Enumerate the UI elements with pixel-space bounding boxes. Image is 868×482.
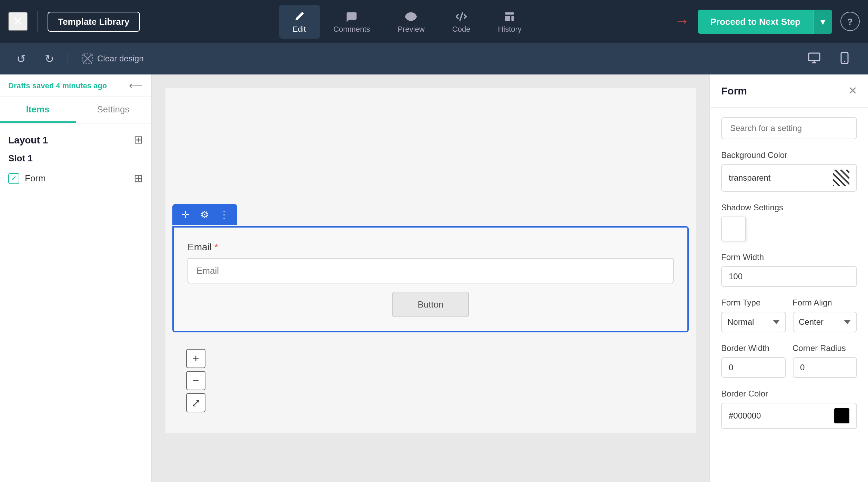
svg-point-3 (844, 60, 845, 62)
more-options-icon[interactable]: ⋮ (216, 207, 232, 222)
form-width-input[interactable] (721, 266, 857, 287)
secondary-toolbar: ↺ ↻ Clear design (0, 43, 868, 74)
nav-right: → Proceed to Next Step ▾ ? (674, 9, 860, 33)
layout-title: Layout 1 (8, 134, 48, 145)
form-width-label: Form Width (721, 252, 857, 262)
border-color-picker[interactable]: #000000 (721, 403, 857, 429)
nav-item-history[interactable]: History (484, 4, 535, 38)
form-type-align-row: Form Type Normal Inline Card Form Align … (721, 298, 857, 332)
close-button[interactable]: ✕ (8, 12, 28, 31)
border-color-swatch (834, 408, 849, 423)
layout-header: Layout 1 ⊞ (8, 133, 143, 146)
corner-radius-input[interactable] (793, 357, 857, 378)
panel-body: Background Color transparent Shadow Sett… (710, 108, 868, 450)
nav-item-edit[interactable]: Edit (279, 4, 320, 38)
form-checkbox-icon: ✓ (8, 173, 19, 184)
form-width-section: Form Width (721, 252, 857, 287)
zoom-controls: + − ⤢ (186, 349, 205, 412)
form-item-label: Form (25, 173, 46, 183)
nav-center: Edit Comments Preview Code History (145, 4, 669, 38)
form-item-left: ✓ Form (8, 173, 46, 184)
border-corner-row: Border Width Corner Radius (721, 343, 857, 378)
panel-header: Form ✕ (710, 74, 868, 108)
form-widget-toolbar: ✛ ⚙ ⋮ (172, 204, 237, 225)
move-icon[interactable]: ✛ (178, 207, 193, 222)
drafts-status: Drafts saved 4 minutes ago (8, 81, 107, 90)
background-color-section: Background Color transparent (721, 150, 857, 192)
corner-radius-label: Corner Radius (793, 343, 857, 353)
device-buttons (802, 48, 857, 69)
panel-close-button[interactable]: ✕ (848, 84, 857, 97)
border-color-label: Border Color (721, 389, 857, 399)
submit-button[interactable]: Button (392, 292, 469, 317)
help-button[interactable]: ? (840, 12, 860, 31)
corner-radius-section: Corner Radius (793, 343, 857, 378)
panel-title: Form (721, 85, 747, 97)
form-widget-container: ✛ ⚙ ⋮ Email * Button (172, 226, 689, 332)
top-nav: ✕ Template Library Edit Comments Preview… (0, 0, 868, 43)
nav-item-code[interactable]: Code (438, 4, 484, 38)
shadow-settings-section: Shadow Settings (721, 203, 857, 241)
undo-button[interactable]: ↺ (11, 49, 31, 68)
zoom-fit-button[interactable]: ⤢ (186, 393, 205, 412)
canvas-area: ✛ ⚙ ⋮ Email * Button + − ⤢ (152, 74, 709, 482)
main-layout: Drafts saved 4 minutes ago ⟵ Items Setti… (0, 74, 868, 482)
border-width-input[interactable] (721, 357, 786, 378)
svg-rect-1 (809, 53, 820, 60)
form-align-section: Form Align Left Center Right (793, 298, 857, 332)
desktop-view-button[interactable] (802, 48, 827, 69)
slot-header: Slot 1 (8, 153, 143, 163)
form-align-select[interactable]: Left Center Right (793, 312, 857, 332)
adjust-icon[interactable]: ⊞ (134, 133, 143, 146)
border-width-section: Border Width (721, 343, 786, 378)
form-adjust-icon[interactable]: ⊞ (134, 172, 143, 185)
nav-item-preview[interactable]: Preview (384, 4, 438, 38)
shadow-preview[interactable] (721, 217, 746, 241)
right-panel: Form ✕ Background Color transparent Shad… (709, 74, 868, 482)
form-type-section: Form Type Normal Inline Card (721, 298, 786, 332)
proceed-button[interactable]: Proceed to Next Step ▾ (698, 9, 832, 33)
template-library-button[interactable]: Template Library (48, 11, 140, 31)
arrow-right-icon: → (674, 12, 689, 30)
border-color-section: Border Color #000000 (721, 389, 857, 429)
required-star: * (214, 241, 218, 252)
border-width-label: Border Width (721, 343, 786, 353)
sidebar-top: Drafts saved 4 minutes ago ⟵ (0, 74, 151, 97)
mobile-view-button[interactable] (832, 48, 857, 69)
form-align-label: Form Align (793, 298, 857, 308)
form-type-select[interactable]: Normal Inline Card (721, 312, 786, 332)
transparent-pattern-icon (833, 170, 849, 186)
background-color-label: Background Color (721, 150, 857, 160)
zoom-in-button[interactable]: + (186, 349, 205, 368)
left-sidebar: Drafts saved 4 minutes ago ⟵ Items Setti… (0, 74, 152, 482)
nav-item-comments[interactable]: Comments (320, 4, 384, 38)
form-type-label: Form Type (721, 298, 786, 308)
canvas-inner: ✛ ⚙ ⋮ Email * Button + − ⤢ (165, 88, 696, 433)
background-color-picker[interactable]: transparent (721, 164, 857, 192)
collapse-icon[interactable]: ⟵ (129, 80, 143, 91)
email-input[interactable] (188, 258, 674, 283)
clear-design-button[interactable]: Clear design (77, 50, 149, 67)
tab-items[interactable]: Items (0, 97, 75, 123)
form-item: ✓ Form ⊞ (8, 169, 143, 188)
redo-button[interactable]: ↻ (39, 49, 59, 68)
form-widget: Email * Button (172, 226, 689, 332)
sidebar-content: Layout 1 ⊞ Slot 1 ✓ Form ⊞ (0, 123, 151, 197)
shadow-settings-label: Shadow Settings (721, 203, 857, 212)
tab-settings[interactable]: Settings (75, 97, 151, 123)
email-label: Email * (188, 241, 674, 252)
settings-icon[interactable]: ⚙ (197, 207, 212, 222)
search-setting-input[interactable] (721, 117, 857, 139)
zoom-out-button[interactable]: − (186, 371, 205, 390)
sidebar-tabs: Items Settings (0, 97, 151, 123)
